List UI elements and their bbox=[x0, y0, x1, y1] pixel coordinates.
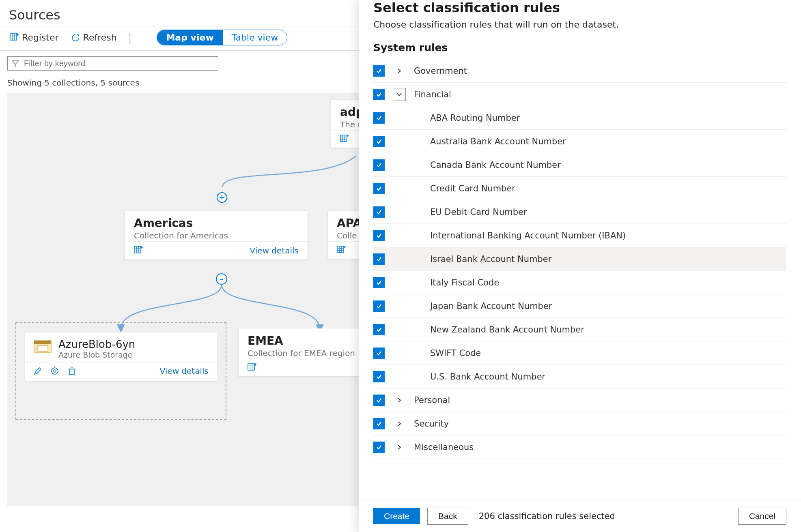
chevron-right-icon[interactable] bbox=[393, 417, 406, 430]
register-button[interactable]: Register bbox=[7, 31, 61, 44]
svg-rect-0 bbox=[10, 34, 17, 40]
refresh-icon bbox=[71, 33, 80, 42]
checkbox[interactable] bbox=[373, 277, 385, 288]
rule-item-row[interactable]: Italy Fiscal Code bbox=[373, 271, 786, 294]
svg-point-35 bbox=[52, 368, 58, 374]
grid-plus-icon[interactable] bbox=[340, 135, 349, 144]
refresh-label: Refresh bbox=[83, 32, 117, 43]
chevron-right-icon[interactable] bbox=[393, 441, 406, 454]
rule-item-label: Israel Bank Account Number bbox=[430, 254, 786, 264]
view-details-link[interactable]: View details bbox=[160, 366, 209, 376]
rule-category-label: Security bbox=[414, 419, 786, 429]
svg-rect-34 bbox=[37, 345, 48, 351]
rule-category-label: Financial bbox=[414, 90, 786, 99]
rule-item-label: International Banking Account Number (IB… bbox=[430, 231, 786, 240]
rule-item-row[interactable]: New Zealand Bank Account Number bbox=[373, 318, 786, 341]
grid-plus-icon[interactable] bbox=[134, 246, 143, 255]
svg-rect-8 bbox=[340, 135, 347, 142]
rule-category-label: Miscellaneous bbox=[414, 442, 786, 452]
rule-category-row[interactable]: Miscellaneous bbox=[373, 435, 786, 459]
rule-item-row[interactable]: Japan Bank Account Number bbox=[373, 294, 786, 318]
svg-marker-7 bbox=[12, 61, 19, 66]
card-title: Americas bbox=[134, 217, 299, 230]
system-rules-heading: System rules bbox=[373, 42, 786, 59]
checkbox[interactable] bbox=[373, 348, 385, 359]
rule-item-row[interactable]: ABA Routing Number bbox=[373, 106, 786, 130]
panel-footer: Create Back 206 classification rules sel… bbox=[359, 500, 801, 532]
filter-box[interactable] bbox=[7, 56, 218, 71]
rule-item-row[interactable]: SWIFT Code bbox=[373, 341, 786, 365]
grid-plus-icon[interactable] bbox=[337, 246, 346, 255]
collection-card-americas[interactable]: Americas Collection for Americas View d bbox=[125, 211, 308, 260]
svg-rect-25 bbox=[337, 246, 344, 253]
rule-category-label: Personal bbox=[414, 395, 786, 405]
chevron-right-icon[interactable] bbox=[393, 64, 406, 77]
card-subtitle: Azure Blob Storage bbox=[58, 350, 135, 359]
rule-item-label: Italy Fiscal Code bbox=[430, 278, 786, 287]
checkbox[interactable] bbox=[373, 324, 385, 335]
refresh-button[interactable]: Refresh bbox=[69, 31, 119, 44]
scan-icon[interactable] bbox=[50, 367, 59, 375]
rule-category-row[interactable]: Financial bbox=[373, 83, 786, 106]
chevron-right-icon[interactable] bbox=[393, 394, 406, 407]
rule-item-row[interactable]: Australia Bank Account Number bbox=[373, 130, 786, 153]
checkbox[interactable] bbox=[373, 183, 385, 194]
toolbar-separator: | bbox=[127, 32, 134, 44]
card-title: EMEA bbox=[248, 334, 376, 348]
back-button[interactable]: Back bbox=[427, 508, 468, 525]
svg-rect-41 bbox=[248, 364, 254, 370]
view-details-link[interactable]: View details bbox=[250, 246, 299, 255]
card-subtitle: Collection for EMEA region bbox=[248, 348, 376, 358]
rule-item-label: Credit Card Number bbox=[430, 184, 786, 193]
svg-rect-18 bbox=[134, 247, 141, 253]
grid-plus-icon bbox=[10, 33, 19, 42]
rule-item-label: ABA Routing Number bbox=[430, 113, 786, 123]
rule-item-row[interactable]: U.S. Bank Account Number bbox=[373, 365, 786, 388]
rule-item-label: Australia Bank Account Number bbox=[430, 137, 786, 146]
delete-icon[interactable] bbox=[67, 367, 76, 375]
checkbox[interactable] bbox=[373, 65, 385, 77]
checkbox[interactable] bbox=[373, 395, 385, 406]
checkbox[interactable] bbox=[373, 206, 385, 218]
view-toggle: Map view Table view bbox=[157, 30, 287, 45]
filter-input[interactable] bbox=[23, 58, 214, 69]
classification-rules-panel: Select classification rules Choose class… bbox=[359, 0, 801, 532]
svg-point-36 bbox=[54, 370, 56, 372]
edit-icon[interactable] bbox=[33, 367, 42, 375]
rule-category-row[interactable]: Security bbox=[373, 412, 786, 435]
source-card-azureblob[interactable]: AzureBlob-6yn Azure Blob Storage Vie bbox=[25, 332, 217, 381]
checkbox[interactable] bbox=[373, 159, 385, 171]
rule-item-row[interactable]: Canada Bank Account Number bbox=[373, 153, 786, 177]
grid-plus-icon[interactable] bbox=[248, 363, 256, 372]
checkbox[interactable] bbox=[373, 136, 385, 147]
checkbox[interactable] bbox=[373, 371, 385, 382]
rule-item-row[interactable]: International Banking Account Number (IB… bbox=[373, 224, 786, 247]
checkbox[interactable] bbox=[373, 253, 385, 265]
selected-count-label: 206 classification rules selected bbox=[479, 511, 615, 521]
rule-item-row[interactable]: Credit Card Number bbox=[373, 177, 786, 200]
rule-item-label: SWIFT Code bbox=[430, 348, 786, 358]
checkbox[interactable] bbox=[373, 418, 385, 429]
chevron-down-icon[interactable] bbox=[393, 88, 406, 101]
map-view-tab[interactable]: Map view bbox=[157, 30, 222, 45]
checkbox[interactable] bbox=[373, 112, 385, 124]
checkbox[interactable] bbox=[373, 89, 385, 100]
panel-title: Select classification rules bbox=[373, 0, 786, 19]
checkbox[interactable] bbox=[373, 230, 385, 241]
card-subtitle: Collection for Americas bbox=[134, 230, 299, 240]
table-view-tab[interactable]: Table view bbox=[223, 30, 287, 45]
rule-item-label: U.S. Bank Account Number bbox=[430, 372, 786, 382]
rule-item-label: Canada Bank Account Number bbox=[430, 160, 786, 170]
card-title: AzureBlob-6yn bbox=[58, 338, 135, 350]
checkbox[interactable] bbox=[373, 442, 385, 453]
add-node-icon[interactable] bbox=[216, 192, 228, 203]
cancel-button[interactable]: Cancel bbox=[738, 508, 786, 525]
rule-category-row[interactable]: Personal bbox=[373, 388, 786, 412]
rule-item-row[interactable]: Israel Bank Account Number bbox=[373, 247, 786, 271]
rule-category-row[interactable]: Government bbox=[373, 59, 786, 83]
checkbox[interactable] bbox=[373, 300, 385, 312]
rule-item-label: EU Debit Card Number bbox=[430, 207, 786, 217]
rule-item-row[interactable]: EU Debit Card Number bbox=[373, 200, 786, 224]
create-button[interactable]: Create bbox=[373, 508, 420, 524]
collapse-toggle-icon[interactable]: – bbox=[216, 273, 227, 285]
